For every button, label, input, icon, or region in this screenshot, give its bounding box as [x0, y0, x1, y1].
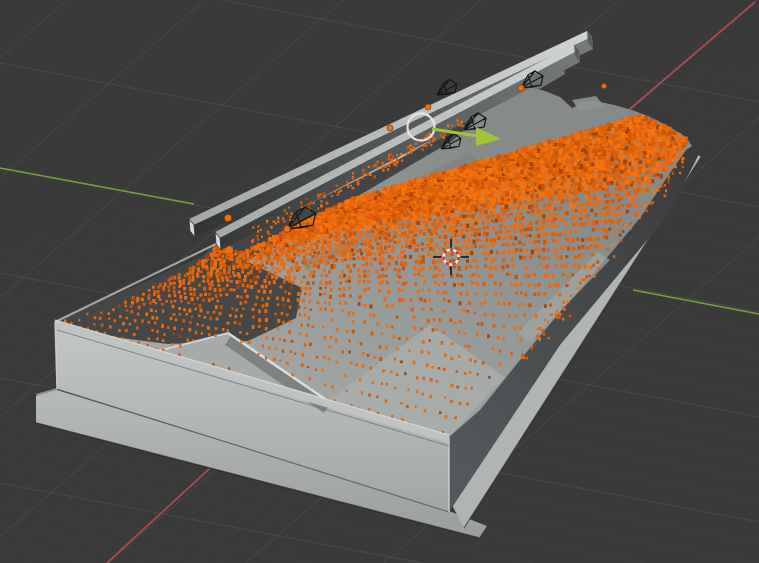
viewport-3d[interactable]: [0, 0, 759, 563]
